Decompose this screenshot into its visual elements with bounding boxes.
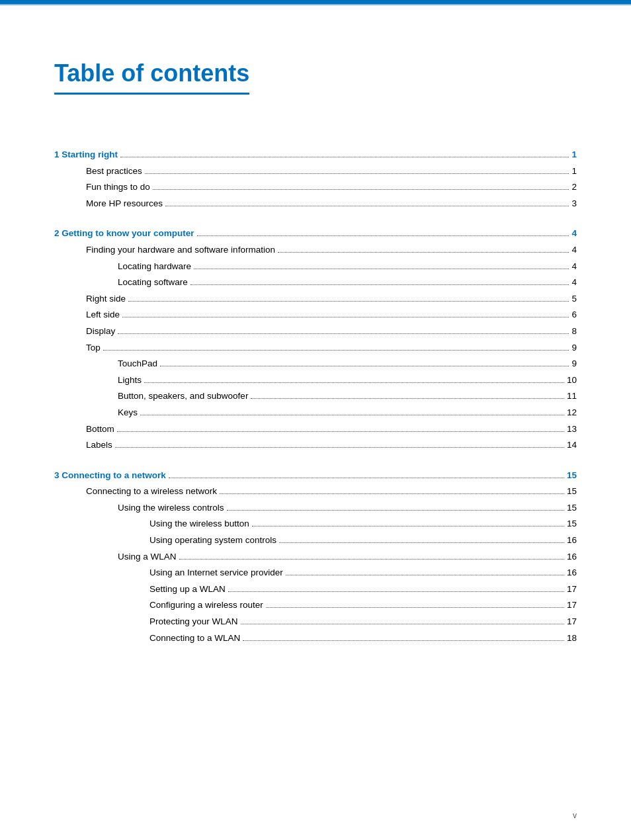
toc-entry-label: More HP resources xyxy=(86,196,163,211)
toc-entry-page: 15 xyxy=(567,517,577,531)
toc-entry-page: 10 xyxy=(567,373,577,388)
toc-entry-label: Setting up a WLAN xyxy=(149,582,226,597)
toc-section: 1 Starting right1Best practices1Fun thin… xyxy=(54,147,577,210)
toc-entry-page: 2 xyxy=(571,180,577,194)
toc-entry: Keys12 xyxy=(54,405,577,420)
toc-entry-dots xyxy=(279,542,564,543)
toc-entry-page: 6 xyxy=(571,308,577,322)
toc-entry-label: Using an Internet service provider xyxy=(149,566,283,580)
toc-entry-dots xyxy=(103,350,569,351)
toc-entry-dots xyxy=(228,591,564,592)
toc-entry-page: 17 xyxy=(567,598,577,612)
toc-entry-dots xyxy=(243,640,564,641)
toc-entry-page: 16 xyxy=(567,566,577,580)
toc-entry-dots xyxy=(153,189,569,190)
toc-entry: Labels14 xyxy=(54,438,577,452)
toc-entry: Protecting your WLAN17 xyxy=(54,614,577,629)
toc-entry-page: 15 xyxy=(567,484,577,499)
toc-entry-label: Protecting your WLAN xyxy=(149,614,238,629)
toc-chapter-entry: 3 Connecting to a network15 xyxy=(54,468,577,483)
toc-entry-label: Lights xyxy=(118,373,142,388)
toc-entry-label: Using the wireless button xyxy=(149,517,249,531)
toc-entry: Display8 xyxy=(54,324,577,339)
toc-chapter-page: 4 xyxy=(571,226,577,241)
toc-entry-dots xyxy=(251,398,564,399)
toc-entry-label: Connecting to a WLAN xyxy=(149,631,240,646)
toc-entry: Best practices1 xyxy=(54,164,577,179)
toc-entry-page: 13 xyxy=(567,422,577,437)
toc-entry-page: 15 xyxy=(567,501,577,515)
toc-entry: Using the wireless button15 xyxy=(54,517,577,531)
toc-entry-page: 4 xyxy=(571,275,577,290)
toc-entry-label: Button, speakers, and subwoofer xyxy=(118,389,248,403)
toc-entry-label: Locating software xyxy=(118,275,188,290)
toc-entry-label: Finding your hardware and software infor… xyxy=(86,243,275,257)
page: Table of contents 1 Starting right1Best … xyxy=(0,0,631,840)
toc-entry: Finding your hardware and software infor… xyxy=(54,243,577,257)
toc-entry-label: Connecting to a wireless network xyxy=(86,484,217,499)
toc-entry: TouchPad9 xyxy=(54,357,577,371)
toc-entry-dots xyxy=(118,333,569,334)
toc-entry-page: 17 xyxy=(567,582,577,597)
toc-entry-page: 4 xyxy=(571,259,577,274)
toc-entry-page: 12 xyxy=(567,405,577,420)
toc-entry-page: 9 xyxy=(571,341,577,355)
toc-entry: Bottom13 xyxy=(54,422,577,437)
toc-entry-dots xyxy=(144,382,564,383)
toc-entry-page: 1 xyxy=(571,164,577,179)
toc-entry-dots xyxy=(165,206,569,206)
toc-entry-page: 16 xyxy=(567,550,577,564)
toc-entry-label: Left side xyxy=(86,308,120,322)
toc-entry-label: Bottom xyxy=(86,422,114,437)
toc-entry-label: Using the wireless controls xyxy=(118,501,224,515)
toc-entry-page: 8 xyxy=(571,324,577,339)
toc-entry-page: 5 xyxy=(571,292,577,306)
toc-entry-label: Top xyxy=(86,341,101,355)
toc-entry-dots xyxy=(252,526,564,526)
toc-entry: Fun things to do2 xyxy=(54,180,577,194)
toc-entry: Setting up a WLAN17 xyxy=(54,582,577,597)
toc-entry-dots xyxy=(286,575,564,575)
toc-entry-dots xyxy=(117,431,564,432)
toc-entry-dots xyxy=(220,493,564,494)
toc-chapter-entry: 1 Starting right1 xyxy=(54,147,577,162)
toc-entry: Connecting to a wireless network15 xyxy=(54,484,577,499)
toc-entry-dots xyxy=(266,607,564,608)
toc-content: 1 Starting right1Best practices1Fun thin… xyxy=(54,147,577,645)
toc-entry: More HP resources3 xyxy=(54,196,577,211)
toc-entry-page: 9 xyxy=(571,357,577,371)
toc-entry-label: Right side xyxy=(86,292,126,306)
toc-chapter-label: 3 Connecting to a network xyxy=(54,468,166,483)
toc-entry-label: TouchPad xyxy=(118,357,157,371)
toc-entry: Using a WLAN16 xyxy=(54,550,577,564)
toc-entry: Left side6 xyxy=(54,308,577,322)
toc-entry-label: Fun things to do xyxy=(86,180,150,194)
toc-entry: Top9 xyxy=(54,341,577,355)
toc-entry: Right side5 xyxy=(54,292,577,306)
toc-entry-page: 3 xyxy=(571,196,577,211)
toc-entry-dots xyxy=(227,510,564,511)
toc-entry-label: Display xyxy=(86,324,115,339)
toc-entry-dots xyxy=(278,252,569,253)
toc-entry: Locating software4 xyxy=(54,275,577,290)
toc-entry-dots xyxy=(160,366,569,366)
toc-entry-page: 14 xyxy=(567,438,577,452)
toc-entry-page: 11 xyxy=(567,389,577,403)
toc-entry-label: Using a WLAN xyxy=(118,550,177,564)
toc-entry-dots xyxy=(190,284,569,285)
toc-entry-label: Locating hardware xyxy=(118,259,191,274)
page-footer: v xyxy=(573,811,577,820)
toc-entry-label: Configuring a wireless router xyxy=(149,598,263,612)
toc-chapter-page: 15 xyxy=(567,468,577,483)
toc-entry-dots xyxy=(145,173,569,174)
toc-entry: Button, speakers, and subwoofer11 xyxy=(54,389,577,403)
toc-entry-label: Using operating system controls xyxy=(149,533,276,548)
toc-entry-page: 4 xyxy=(571,243,577,257)
toc-section: 2 Getting to know your computer4Finding … xyxy=(54,226,577,452)
toc-chapter-dots xyxy=(197,235,569,236)
toc-chapter-dots xyxy=(169,478,564,478)
toc-entry-label: Labels xyxy=(86,438,112,452)
toc-entry-page: 18 xyxy=(567,631,577,646)
toc-entry-dots xyxy=(122,317,569,317)
toc-entry: Locating hardware4 xyxy=(54,259,577,274)
